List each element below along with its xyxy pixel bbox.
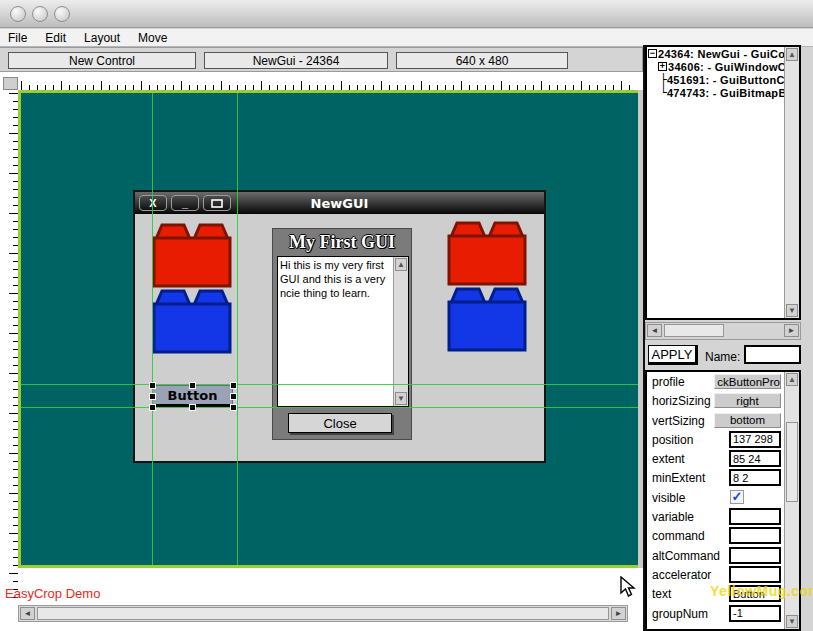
position-input[interactable] [729, 431, 781, 448]
property-row-extent: extent [647, 449, 799, 468]
tree-vertical-scrollbar[interactable]: ▲ ▼ [784, 47, 799, 318]
tree-item-label: 24364: NewGui - GuiContro [658, 48, 801, 60]
collapse-icon[interactable]: − [648, 49, 657, 58]
menu-layout[interactable]: Layout [84, 31, 130, 45]
scroll-up-icon[interactable]: ▲ [786, 48, 798, 61]
current-gui-button[interactable]: NewGui - 24364 [204, 52, 388, 69]
vertsizing-dropdown[interactable]: bottom [714, 413, 781, 428]
prop-label: command [652, 529, 705, 543]
canvas-hscroll-thumb[interactable] [37, 607, 609, 620]
scroll-down-icon[interactable]: ▼ [395, 392, 407, 405]
tree-item-guiwindowctrl[interactable]: + 34606: - GuiWindowCtrl [647, 60, 799, 73]
text-input[interactable] [729, 585, 781, 602]
property-inspector: profile ckButtonPro horizSizing right ve… [645, 370, 801, 631]
prop-label: horizSizing [652, 394, 711, 408]
prop-label: minExtent [652, 471, 705, 485]
scroll-up-icon[interactable]: ▲ [786, 373, 798, 386]
newgui-close-icon[interactable]: X [139, 195, 167, 211]
minextent-input[interactable] [729, 469, 781, 486]
props-scroll-thumb[interactable] [786, 422, 798, 502]
selection-handle-se[interactable] [230, 404, 237, 411]
newgui-minimize-icon[interactable]: _ [171, 195, 199, 211]
property-row-horizsizing: horizSizing right [647, 391, 799, 410]
menu-edit[interactable]: Edit [45, 31, 76, 45]
expand-icon[interactable]: + [658, 62, 667, 71]
selection-handle-w[interactable] [149, 393, 156, 400]
window-button-1-icon[interactable] [10, 6, 26, 22]
selection-handle-sw[interactable] [149, 404, 156, 411]
red-lego-bitmap-button-right[interactable] [447, 220, 527, 286]
property-row-position: position [647, 430, 799, 449]
message-panel: My First GUI Hi this is my very first GU… [272, 228, 412, 440]
selection-handle-n[interactable] [189, 382, 196, 389]
visible-checkbox[interactable]: ✓ [730, 490, 744, 504]
gui-hierarchy-tree: − 24364: NewGui - GuiContro + 34606: - G… [645, 45, 801, 320]
ruler-left [3, 90, 18, 605]
property-row-minextent: minExtent [647, 468, 799, 487]
tree-horizontal-scrollbar[interactable]: ◄ ► [645, 322, 801, 340]
selection-handle-s[interactable] [189, 404, 196, 411]
tree-item-label: 451691: - GuiButtonCtrl [667, 74, 797, 86]
gui-edit-canvas[interactable]: NewGUI X _ [18, 90, 638, 568]
newgui-window[interactable]: NewGUI X _ [133, 190, 546, 463]
window-button-2-icon[interactable] [32, 6, 48, 22]
tree-item-guibitmapbutton[interactable]: └ 474743: - GuiBitmapBut [647, 86, 799, 99]
property-row-groupnum: groupNum [647, 604, 799, 623]
tee-branch-icon: ├ [660, 73, 667, 86]
name-input[interactable] [744, 345, 801, 364]
scroll-down-icon[interactable]: ▼ [786, 615, 798, 628]
close-button[interactable]: Close [288, 413, 392, 433]
guide-line-vertical-left [152, 93, 153, 565]
selection-handle-ne[interactable] [230, 382, 237, 389]
menu-file[interactable]: File [8, 31, 37, 45]
window-button-3-icon[interactable] [54, 6, 70, 22]
apply-row: APPLY Name: [645, 341, 801, 369]
scroll-left-icon[interactable]: ◄ [20, 607, 35, 620]
extent-input[interactable] [729, 450, 781, 467]
resolution-button[interactable]: 640 x 480 [396, 52, 568, 69]
property-row-accelerator: accelerator [647, 565, 799, 584]
selection-handle-e[interactable] [230, 393, 237, 400]
newgui-titlebar[interactable]: NewGUI X _ [135, 192, 544, 214]
red-lego-bitmap-button-left[interactable] [152, 222, 232, 288]
guide-line-horizontal-top [21, 384, 638, 385]
props-vertical-scrollbar[interactable]: ▲ ▼ [784, 372, 799, 629]
scroll-right-icon[interactable]: ► [611, 607, 626, 620]
easycrop-demo-label: EasyCrop Demo [5, 586, 100, 601]
mouse-cursor-icon [620, 576, 637, 598]
guide-line-vertical-right [237, 93, 238, 565]
accelerator-input[interactable] [729, 566, 781, 583]
scroll-up-icon[interactable]: ▲ [395, 258, 407, 271]
menu-move[interactable]: Move [138, 31, 177, 45]
toolbar: New Control NewGui - 24364 640 x 480 [0, 47, 643, 72]
command-input[interactable] [729, 527, 781, 544]
scroll-left-icon[interactable]: ◄ [647, 324, 662, 337]
altcommand-input[interactable] [729, 547, 781, 564]
tree-item-guibuttonctrl[interactable]: ├ 451691: - GuiButtonCtrl [647, 73, 799, 86]
ruler-corner [3, 77, 18, 90]
variable-input[interactable] [729, 508, 781, 525]
message-panel-title: My First GUI [273, 232, 411, 253]
tree-hscroll-thumb[interactable] [664, 324, 724, 337]
property-row-vertsizing: vertSizing bottom [647, 411, 799, 430]
horizsizing-dropdown[interactable]: right [714, 393, 781, 408]
profile-dropdown[interactable]: ckButtonPro [714, 374, 781, 389]
new-control-button[interactable]: New Control [8, 52, 196, 69]
tree-item-newgui[interactable]: − 24364: NewGui - GuiContro [647, 47, 799, 60]
apply-button[interactable]: APPLY [648, 345, 698, 365]
prop-label: altCommand [652, 549, 720, 563]
canvas-horizontal-scrollbar[interactable]: ◄ ► [18, 605, 628, 622]
blue-lego-bitmap-button-right[interactable] [447, 286, 527, 352]
scroll-right-icon[interactable]: ► [784, 324, 799, 337]
edit-canvas-area: NewGUI X _ [0, 72, 643, 631]
property-row-text: text [647, 584, 799, 603]
blue-lego-bitmap-button-left[interactable] [152, 288, 232, 354]
message-text: Hi this is my very first GUI and this is… [280, 259, 385, 299]
newgui-maximize-icon[interactable] [203, 195, 231, 211]
property-row-command: command [647, 526, 799, 545]
prop-label: text [652, 587, 671, 601]
selection-handle-nw[interactable] [149, 382, 156, 389]
property-row-visible: visible ✓ [647, 488, 799, 507]
groupnum-input[interactable] [729, 605, 781, 622]
scroll-down-icon[interactable]: ▼ [786, 304, 798, 317]
